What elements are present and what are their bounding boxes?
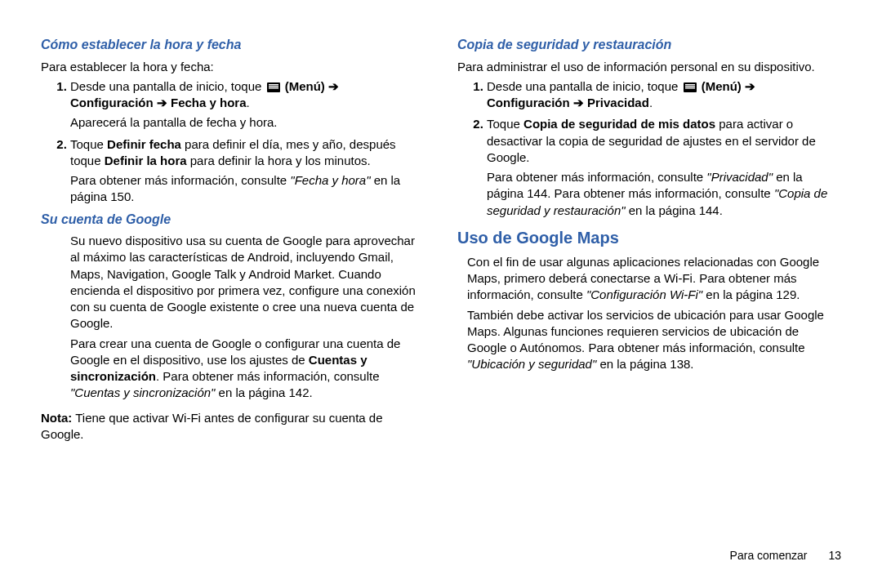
m2-a: También debe activar los servicios de ub… xyxy=(467,308,824,355)
g2-c: . Para obtener más información, consulte xyxy=(156,369,379,383)
time-intro: Para establecer la hora y fecha: xyxy=(41,59,425,75)
step2-e: para definir la hora y los minutos. xyxy=(187,154,371,167)
g2-e: en la página 142. xyxy=(215,385,312,399)
note: Nota: Tiene que activar Wi-Fi antes de c… xyxy=(41,410,425,443)
time-steps-list: Desde una pantalla de inicio, toque (Men… xyxy=(41,78,425,206)
menu-icon xyxy=(684,82,697,92)
b1-a: Desde una pantalla de inicio, toque xyxy=(487,79,682,93)
g2-link: "Cuentas y sincronización" xyxy=(70,385,215,399)
columns: Cómo establecer la hora y fecha Para est… xyxy=(41,33,841,540)
footer: Para comenzar 13 xyxy=(41,540,841,564)
google-p1: Su nuevo dispositivo usa su cuenta de Go… xyxy=(41,233,425,332)
b2-b: Copia de seguridad de mis datos xyxy=(523,117,715,131)
m2-link: "Ubicación y seguridad" xyxy=(467,357,596,371)
page: Cómo establecer la hora y fecha Para est… xyxy=(0,0,882,588)
maps-p1: Con el fin de usar algunas aplicaciones … xyxy=(457,254,841,304)
b1-c: . xyxy=(649,96,653,109)
m2-c: en la página 138. xyxy=(596,357,693,371)
backup-intro: Para administrar el uso de información p… xyxy=(457,59,841,75)
b2-a: Toque xyxy=(487,117,523,131)
note-label: Nota: xyxy=(41,411,72,425)
b2s-e: en la página 144. xyxy=(626,203,723,217)
step2-sub-link: "Fecha y hora" xyxy=(290,173,370,187)
backup-step-2: Toque Copia de seguridad de mis datos pa… xyxy=(487,116,841,219)
google-p2: Para crear una cuenta de Google o config… xyxy=(41,336,425,402)
b2s-a: Para obtener más información, consulte xyxy=(487,170,706,184)
step2-sub: Para obtener más información, consulte "… xyxy=(70,172,425,206)
time-step-1: Desde una pantalla de inicio, toque (Men… xyxy=(70,78,425,131)
backup-steps-list: Desde una pantalla de inicio, toque (Men… xyxy=(457,78,841,219)
heading-backup: Copia de seguridad y restauración xyxy=(457,36,841,54)
step1-text-c: . xyxy=(247,96,250,109)
step1-text-a: Desde una pantalla de inicio, toque xyxy=(70,79,265,93)
left-column: Cómo establecer la hora y fecha Para est… xyxy=(41,33,425,540)
backup-step-1: Desde una pantalla de inicio, toque (Men… xyxy=(487,78,841,112)
footer-page-number: 13 xyxy=(828,548,841,564)
note-body: Tiene que activar Wi-Fi antes de configu… xyxy=(41,411,383,441)
menu-icon xyxy=(267,82,280,92)
step1-sub: Aparecerá la pantalla de fecha y hora. xyxy=(70,114,425,131)
step2-b: Definir fecha xyxy=(107,137,181,151)
b2s-link1: "Privacidad" xyxy=(706,170,773,184)
m1-c: en la página 129. xyxy=(702,287,800,301)
heading-google-maps: Uso de Google Maps xyxy=(457,227,841,249)
right-column: Copia de seguridad y restauración Para a… xyxy=(457,33,841,540)
heading-time-date: Cómo establecer la hora y fecha xyxy=(41,36,425,54)
b2-sub: Para obtener más información, consulte "… xyxy=(487,169,841,219)
step2-d: Definir la hora xyxy=(105,154,187,167)
step2-sub-a: Para obtener más información, consulte xyxy=(70,173,290,187)
m1-link: "Configuración Wi-Fi" xyxy=(586,287,702,301)
step2-a: Toque xyxy=(70,137,107,151)
footer-section: Para comenzar xyxy=(730,549,808,562)
maps-p2: También debe activar los servicios de ub… xyxy=(457,307,841,373)
time-step-2: Toque Definir fecha para definir el día,… xyxy=(70,136,425,206)
heading-google-account: Su cuenta de Google xyxy=(41,211,425,229)
